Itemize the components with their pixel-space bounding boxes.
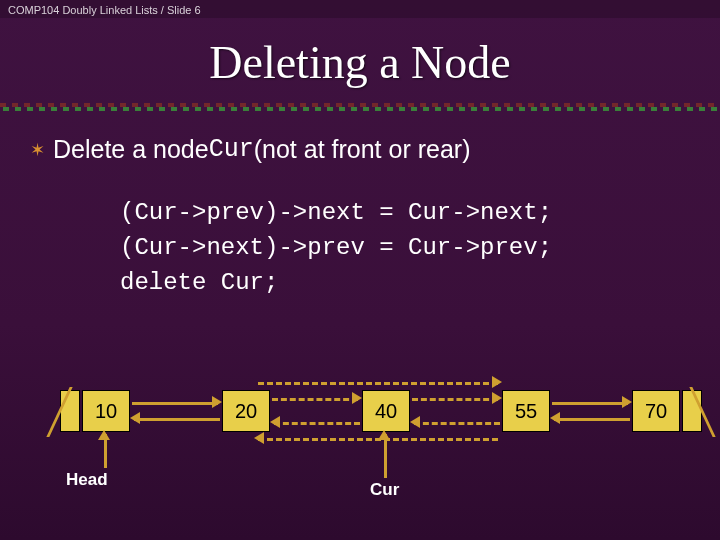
node-2-value: 20	[235, 400, 257, 423]
arrowhead-70-55-prev	[544, 412, 560, 424]
arrow-20-10-prev	[134, 418, 220, 421]
arrow-40-55-next-old	[412, 398, 498, 401]
slide-header-text: COMP104 Doubly Linked Lists / Slide 6	[8, 4, 201, 16]
cur-label: Cur	[370, 480, 399, 500]
arrow-10-20-next	[132, 402, 218, 405]
arrowhead-55-40-prev-old	[404, 416, 420, 428]
arrow-20-40-next-old	[272, 398, 358, 401]
node-4: 55	[502, 390, 550, 432]
arrowhead-55-70-next	[622, 396, 638, 408]
node-3-value: 40	[375, 400, 397, 423]
arrowhead-10-20-next	[212, 396, 228, 408]
null-cap-left	[60, 390, 80, 432]
bullet-text-pre: Delete a node	[53, 135, 209, 164]
bullet-line: ✶ Delete a node Cur (not at front or rea…	[30, 135, 720, 164]
node-1-value: 10	[95, 400, 117, 423]
arrow-55-40-prev-old	[414, 422, 500, 425]
arrowhead-20-10-prev	[124, 412, 140, 424]
head-pointer-arrowhead	[98, 424, 110, 440]
arrow-20-55-bypass-next	[258, 382, 498, 385]
cur-pointer-line	[384, 434, 387, 478]
arrowhead-20-55-bypass	[492, 376, 508, 388]
slide-header: COMP104 Doubly Linked Lists / Slide 6	[0, 0, 720, 18]
arrowhead-55-20-bypass	[248, 432, 264, 444]
bullet-text-mono: Cur	[209, 135, 254, 164]
bullet-text-post: (not at front or rear)	[254, 135, 471, 164]
slide-title: Deleting a Node	[0, 36, 720, 89]
bullet-icon: ✶	[30, 139, 45, 161]
arrowhead-40-20-prev-old	[264, 416, 280, 428]
node-4-value: 55	[515, 400, 537, 423]
code-block: (Cur->prev)->next = Cur->next; (Cur->nex…	[120, 196, 720, 300]
node-2: 20	[222, 390, 270, 432]
null-cap-right	[682, 390, 702, 432]
code-line-1: (Cur->prev)->next = Cur->next;	[120, 199, 552, 226]
arrow-55-70-next	[552, 402, 628, 405]
arrowhead-40-55-next-old	[492, 392, 508, 404]
decorative-divider	[0, 103, 720, 111]
linked-list-diagram: 10 20 40 55 70 Head Cur	[0, 380, 720, 520]
code-line-2: (Cur->next)->prev = Cur->prev;	[120, 234, 552, 261]
node-5-value: 70	[645, 400, 667, 423]
arrowhead-20-40-next-old	[352, 392, 368, 404]
code-line-3: delete Cur;	[120, 269, 278, 296]
arrow-40-20-prev-old	[274, 422, 360, 425]
head-label: Head	[66, 470, 108, 490]
cur-pointer-arrowhead	[378, 424, 390, 440]
arrow-70-55-prev	[554, 418, 630, 421]
